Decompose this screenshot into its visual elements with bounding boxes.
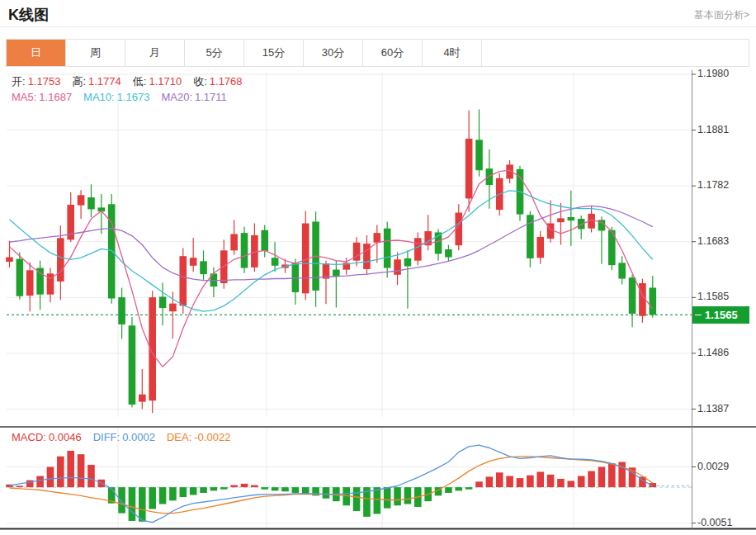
legend-label: DIFF: [93,431,120,443]
ohlc-legend-item: 高:1.1774 [72,75,120,88]
legend-value: 1.1710 [149,75,182,88]
macd-axis-label: 0.0029 [697,461,729,472]
price-axis-label: 1.1585 [697,291,729,302]
price-axis-label: 1.1881 [697,124,729,135]
macd-legend-item: DEA:-0.0022 [167,431,230,443]
price-axis-label: 1.1980 [697,68,729,79]
ma-legend: MA5:1.1687MA10:1.1673MA20:1.1711 [12,91,239,103]
legend-value: 1.1711 [195,91,227,103]
legend-label: MACD: [12,431,46,443]
legend-label: 开: [12,75,26,88]
price-axis-label: 1.1683 [697,235,729,247]
ma-legend-item: MA20:1.1711 [161,91,226,103]
ma-legend-item: MA10:1.1673 [83,91,149,103]
ohlc-legend: 开:1.1753高:1.1774低:1.1710收:1.1768 [12,74,254,89]
ohlc-legend-item: 收:1.1768 [193,75,242,88]
legend-value: 0.0046 [49,431,82,443]
price-axis-label: 1.1387 [697,403,729,414]
legend-label: 高: [72,75,86,88]
legend-value: 1.1687 [39,91,72,103]
legend-label: MA10: [83,91,115,103]
price-axis-label: 1.1782 [697,179,729,191]
macd-legend: MACD:0.0046DIFF:0.0002DEA:-0.0022 [12,431,242,443]
legend-value: 1.1753 [28,75,61,88]
legend-label: 收: [193,75,207,88]
current-price-badge: 1.1565 [692,306,749,324]
legend-value: 1.1774 [88,75,121,88]
legend-value: 0.0002 [122,431,155,443]
legend-label: DEA: [167,431,191,443]
legend-value: -0.0022 [194,431,230,443]
ohlc-legend-item: 低:1.1710 [133,75,182,88]
price-axis-label: 1.1486 [697,347,729,358]
ohlc-legend-item: 开:1.1753 [12,75,60,88]
kline-page: K线图 基本面分析> 日周月5分15分30分60分4时 开:1.1753高:1.… [0,0,756,535]
macd-axis-label: -0.0051 [697,517,732,528]
legend-value: 1.1768 [210,75,243,88]
ma-legend-item: MA5:1.1687 [12,91,72,103]
legend-label: MA20: [161,91,192,103]
legend-label: MA5: [12,91,36,103]
legend-label: 低: [133,75,147,88]
legend-value: 1.1673 [117,91,150,103]
macd-legend-item: DIFF:0.0002 [93,431,155,443]
macd-legend-item: MACD:0.0046 [12,431,82,443]
